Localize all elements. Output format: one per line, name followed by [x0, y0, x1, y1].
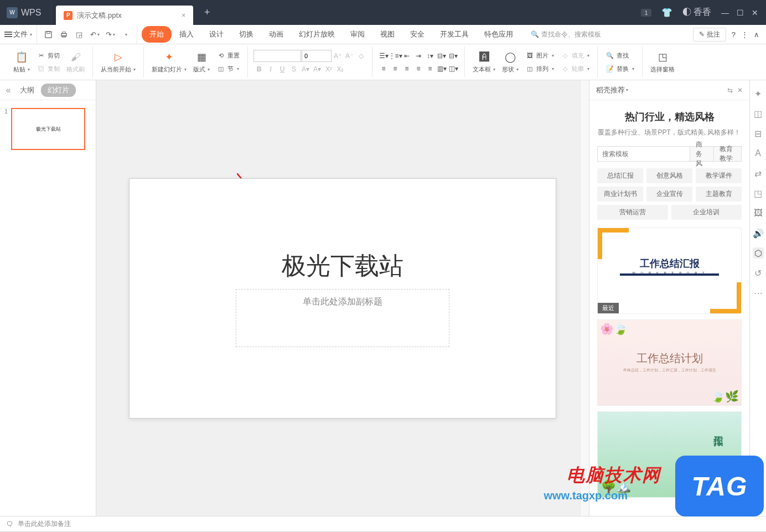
- arrange-button[interactable]: ◫排列▾: [523, 63, 556, 74]
- format-painter-button[interactable]: 🖌 格式刷: [64, 50, 87, 74]
- quick-access-more[interactable]: ▾: [118, 27, 133, 42]
- annotation-button[interactable]: ✎ 批注: [693, 28, 726, 42]
- underline-button[interactable]: U: [277, 64, 288, 75]
- picture-button[interactable]: 🖼图片▾: [523, 50, 556, 61]
- decrease-indent-button[interactable]: ⇤: [401, 50, 412, 61]
- convert-smartart-button[interactable]: ◫▾: [448, 63, 459, 74]
- from-current-button[interactable]: ▷ 从当前开始▾: [99, 50, 138, 74]
- highlight-button[interactable]: A▾: [312, 64, 323, 75]
- minimize-button[interactable]: —: [721, 8, 729, 17]
- tab-transition[interactable]: 切换: [231, 26, 261, 43]
- slide-subtitle-placeholder[interactable]: 单击此处添加副标题: [236, 289, 449, 347]
- outline-tab-outline[interactable]: 大纲: [20, 85, 34, 95]
- template-tag[interactable]: 创意风格: [646, 168, 692, 183]
- italic-button[interactable]: I: [265, 64, 276, 75]
- tab-view[interactable]: 视图: [372, 26, 402, 43]
- close-window-button[interactable]: ✕: [752, 8, 758, 17]
- numbering-button[interactable]: ⋮≡▾: [390, 50, 401, 61]
- file-menu[interactable]: 文件 ▾: [0, 25, 37, 44]
- section-button[interactable]: ◫节▾: [214, 63, 242, 74]
- tab-slideshow[interactable]: 幻灯片放映: [291, 26, 343, 43]
- copy-button[interactable]: ⿻复制: [34, 63, 62, 74]
- bullets-button[interactable]: ☰▾: [378, 50, 389, 61]
- help-button[interactable]: ?: [732, 30, 736, 39]
- font-color-button[interactable]: A▾: [300, 64, 311, 75]
- shapes-button[interactable]: ◯ 形状▾: [500, 50, 521, 74]
- tab-design[interactable]: 设计: [201, 26, 231, 43]
- thumbnail-item[interactable]: 1 极光下载站: [4, 108, 91, 150]
- document-tab[interactable]: 演示文稿.pptx ×: [56, 6, 193, 25]
- collapse-ribbon-button[interactable]: ⋮: [741, 30, 748, 39]
- template-card-1[interactable]: 工作总结汇报 W O R K R E P O R T 最近: [597, 228, 742, 314]
- strike-button[interactable]: S: [288, 64, 299, 75]
- save-button[interactable]: [40, 27, 56, 42]
- template-filter-business[interactable]: 商务风: [690, 146, 714, 162]
- pane-settings-button[interactable]: ⇆: [727, 86, 733, 94]
- strip-icon-2[interactable]: ◫: [753, 108, 764, 119]
- notes-bar[interactable]: 🗨 单击此处添加备注: [0, 516, 766, 531]
- strip-icon-6[interactable]: ◳: [753, 188, 764, 199]
- notification-badge[interactable]: 1: [641, 9, 651, 17]
- template-tag[interactable]: 商业计划书: [597, 187, 643, 202]
- maximize-button[interactable]: ☐: [737, 8, 744, 17]
- template-tag[interactable]: 主题教育: [696, 187, 742, 202]
- template-filter-education[interactable]: 教育教学: [714, 146, 742, 162]
- font-name-input[interactable]: [253, 50, 301, 62]
- apparel-icon[interactable]: 👕: [661, 7, 672, 18]
- menubar-more[interactable]: ∧: [754, 30, 759, 39]
- template-tag[interactable]: 营销运营: [597, 205, 668, 220]
- undo-button[interactable]: ↶▾: [87, 27, 102, 42]
- layout-button[interactable]: ▦ 版式▾: [191, 50, 212, 74]
- tab-review[interactable]: 审阅: [343, 26, 372, 43]
- text-box-button[interactable]: 🅰 文本框▾: [470, 50, 498, 74]
- collapse-outline-button[interactable]: «: [0, 80, 17, 100]
- text-direction-button[interactable]: ⊟▾: [436, 50, 447, 61]
- columns-button[interactable]: ▥▾: [436, 63, 447, 74]
- outline-button[interactable]: ◇轮廓▾: [558, 63, 592, 74]
- strip-icon-3[interactable]: ⊟: [753, 128, 764, 139]
- clear-format-button[interactable]: ◇: [355, 50, 366, 61]
- tab-security[interactable]: 安全: [402, 26, 432, 43]
- line-spacing-button[interactable]: ↕▾: [425, 50, 436, 61]
- canvas-area[interactable]: 极光下载站 单击此处添加副标题: [96, 80, 589, 516]
- strip-icon-11[interactable]: ⋯: [753, 287, 764, 298]
- template-tag[interactable]: 教学课件: [696, 168, 742, 183]
- font-size-input[interactable]: [302, 50, 332, 62]
- template-tag[interactable]: 企业培训: [671, 205, 742, 220]
- align-left-button[interactable]: ≡: [378, 63, 389, 74]
- new-slide-button[interactable]: ✦ 新建幻灯片▾: [149, 50, 189, 74]
- find-button[interactable]: 🔍查找: [603, 50, 636, 61]
- align-right-button[interactable]: ≡: [401, 63, 412, 74]
- select-pane-button[interactable]: ◳ 选择窗格: [648, 50, 677, 74]
- reset-button[interactable]: ⟲重置: [214, 50, 242, 61]
- strip-icon-4[interactable]: A: [753, 148, 764, 159]
- align-center-button[interactable]: ≡: [390, 63, 401, 74]
- outline-tab-slides[interactable]: 幻灯片: [41, 84, 76, 97]
- strip-icon-10[interactable]: ↺: [753, 267, 764, 278]
- bold-button[interactable]: B: [253, 64, 265, 75]
- cut-button[interactable]: ✂剪切: [34, 50, 62, 61]
- redo-button[interactable]: ↷▾: [102, 27, 118, 42]
- paste-button[interactable]: 📋 粘贴▾: [11, 50, 32, 74]
- wps-home-button[interactable]: W WPS: [0, 0, 51, 25]
- increase-indent-button[interactable]: ⇥: [413, 50, 424, 61]
- superscript-button[interactable]: X²: [323, 64, 334, 75]
- fill-button[interactable]: ◇填充▾: [558, 50, 592, 61]
- slide-title[interactable]: 极光下载站: [282, 250, 403, 282]
- add-tab-button[interactable]: +: [198, 3, 216, 22]
- strip-icon-9[interactable]: ⬡: [753, 247, 764, 259]
- align-text-button[interactable]: ⊟▾: [448, 50, 459, 61]
- tab-start[interactable]: 开始: [142, 26, 172, 43]
- strip-icon-8[interactable]: 🔊: [753, 228, 764, 239]
- template-tag[interactable]: 企业宣传: [646, 187, 692, 202]
- strip-icon-5[interactable]: ⇄: [753, 168, 764, 179]
- strip-icon-7[interactable]: 🖼: [753, 208, 764, 219]
- tab-special[interactable]: 特色应用: [477, 26, 521, 43]
- print-preview-button[interactable]: ◲: [71, 27, 87, 42]
- strip-icon-1[interactable]: ✦: [753, 88, 764, 99]
- template-tag[interactable]: 总结汇报: [597, 168, 643, 183]
- close-tab-button[interactable]: ×: [182, 11, 186, 19]
- print-button[interactable]: [56, 27, 71, 42]
- distribute-button[interactable]: ≡: [425, 63, 436, 74]
- replace-button[interactable]: 📝替换▾: [603, 63, 636, 74]
